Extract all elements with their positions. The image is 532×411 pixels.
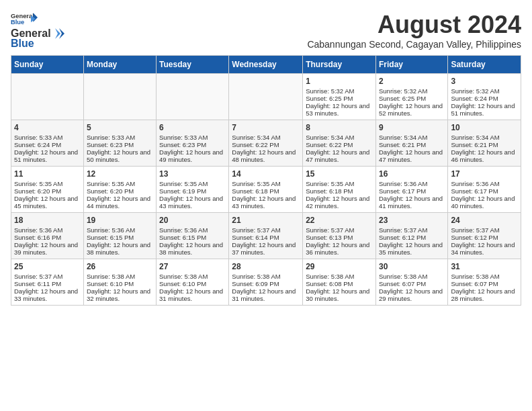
day-number: 5 bbox=[87, 123, 153, 132]
day-info: Sunset: 6:24 PM bbox=[451, 95, 518, 102]
day-number: 20 bbox=[159, 216, 226, 225]
day-info: Daylight: 12 hours and 45 minutes. bbox=[14, 195, 81, 210]
calendar-cell: 16Sunrise: 5:36 AMSunset: 6:17 PMDayligh… bbox=[375, 167, 447, 213]
day-info: Sunrise: 5:36 AM bbox=[451, 180, 518, 187]
day-number: 3 bbox=[451, 77, 518, 86]
day-info: Sunrise: 5:37 AM bbox=[379, 226, 445, 234]
day-info: Daylight: 12 hours and 38 minutes. bbox=[159, 241, 226, 256]
day-number: 8 bbox=[306, 123, 373, 132]
svg-marker-5 bbox=[55, 28, 60, 39]
day-info: Daylight: 12 hours and 48 minutes. bbox=[232, 148, 300, 163]
calendar-cell: 23Sunrise: 5:37 AMSunset: 6:12 PMDayligh… bbox=[375, 213, 447, 259]
day-info: Sunset: 6:17 PM bbox=[451, 187, 518, 195]
header-monday: Monday bbox=[83, 56, 156, 74]
calendar-cell: 25Sunrise: 5:37 AMSunset: 6:11 PMDayligh… bbox=[11, 259, 84, 306]
day-number: 1 bbox=[306, 77, 373, 86]
day-info: Daylight: 12 hours and 36 minutes. bbox=[306, 241, 373, 256]
day-number: 14 bbox=[232, 169, 300, 179]
day-info: Sunrise: 5:36 AM bbox=[379, 180, 445, 187]
header-thursday: Thursday bbox=[303, 56, 376, 74]
day-number: 28 bbox=[232, 262, 300, 271]
day-info: Daylight: 12 hours and 50 minutes. bbox=[87, 148, 153, 163]
day-info: Daylight: 12 hours and 52 minutes. bbox=[379, 102, 445, 117]
day-info: Sunrise: 5:36 AM bbox=[87, 226, 153, 234]
calendar-cell: 14Sunrise: 5:35 AMSunset: 6:18 PMDayligh… bbox=[229, 167, 303, 213]
week-row-2: 11Sunrise: 5:35 AMSunset: 6:20 PMDayligh… bbox=[11, 167, 521, 213]
calendar-cell: 30Sunrise: 5:38 AMSunset: 6:07 PMDayligh… bbox=[375, 259, 447, 306]
day-info: Daylight: 12 hours and 49 minutes. bbox=[159, 148, 226, 163]
calendar-cell: 1Sunrise: 5:32 AMSunset: 6:25 PMDaylight… bbox=[303, 74, 376, 120]
day-info: Sunset: 6:20 PM bbox=[14, 187, 81, 195]
week-row-0: 1Sunrise: 5:32 AMSunset: 6:25 PMDaylight… bbox=[11, 74, 521, 120]
day-number: 13 bbox=[159, 169, 226, 179]
day-info: Sunset: 6:18 PM bbox=[306, 187, 373, 195]
calendar-cell: 29Sunrise: 5:38 AMSunset: 6:08 PMDayligh… bbox=[303, 259, 376, 306]
day-info: Daylight: 12 hours and 30 minutes. bbox=[306, 287, 373, 302]
day-number: 19 bbox=[87, 216, 153, 225]
day-info: Sunrise: 5:33 AM bbox=[159, 134, 226, 141]
day-info: Sunset: 6:09 PM bbox=[232, 280, 300, 287]
calendar-cell: 28Sunrise: 5:38 AMSunset: 6:09 PMDayligh… bbox=[229, 259, 303, 306]
day-info: Sunset: 6:13 PM bbox=[306, 234, 373, 241]
day-info: Daylight: 12 hours and 42 minutes. bbox=[306, 195, 373, 210]
day-info: Daylight: 12 hours and 51 minutes. bbox=[451, 102, 518, 117]
day-info: Daylight: 12 hours and 47 minutes. bbox=[379, 148, 445, 163]
day-info: Sunset: 6:23 PM bbox=[87, 141, 153, 148]
day-number: 22 bbox=[306, 216, 373, 225]
day-info: Sunrise: 5:35 AM bbox=[87, 180, 153, 187]
day-info: Sunrise: 5:37 AM bbox=[306, 226, 373, 234]
day-info: Sunset: 6:17 PM bbox=[379, 187, 445, 195]
calendar-cell bbox=[157, 74, 229, 120]
day-info: Sunset: 6:07 PM bbox=[379, 280, 445, 287]
day-number: 11 bbox=[14, 169, 81, 179]
calendar-cell: 19Sunrise: 5:36 AMSunset: 6:15 PMDayligh… bbox=[83, 213, 156, 259]
day-info: Sunset: 6:10 PM bbox=[159, 280, 226, 287]
day-info: Daylight: 12 hours and 53 minutes. bbox=[306, 102, 373, 117]
day-number: 15 bbox=[306, 169, 373, 179]
day-info: Sunrise: 5:37 AM bbox=[451, 226, 518, 234]
day-number: 30 bbox=[379, 262, 445, 271]
day-number: 17 bbox=[451, 169, 518, 179]
logo-blue: Blue bbox=[11, 38, 34, 50]
day-number: 12 bbox=[87, 169, 153, 179]
day-info: Sunrise: 5:38 AM bbox=[451, 273, 518, 280]
header-wednesday: Wednesday bbox=[229, 56, 303, 74]
days-header-row: SundayMondayTuesdayWednesdayThursdayFrid… bbox=[11, 56, 521, 74]
title-block: August 2024 Cabannungan Second, Cagayan … bbox=[307, 11, 521, 50]
calendar-cell: 13Sunrise: 5:35 AMSunset: 6:19 PMDayligh… bbox=[157, 167, 229, 213]
day-info: Sunset: 6:25 PM bbox=[379, 95, 445, 102]
day-info: Sunrise: 5:33 AM bbox=[87, 134, 153, 141]
calendar-body: 1Sunrise: 5:32 AMSunset: 6:25 PMDaylight… bbox=[11, 74, 521, 306]
calendar-cell: 21Sunrise: 5:37 AMSunset: 6:14 PMDayligh… bbox=[229, 213, 303, 259]
day-number: 25 bbox=[14, 262, 81, 271]
calendar-table: SundayMondayTuesdayWednesdayThursdayFrid… bbox=[11, 55, 521, 306]
day-info: Daylight: 12 hours and 31 minutes. bbox=[232, 287, 300, 302]
day-info: Daylight: 12 hours and 33 minutes. bbox=[14, 287, 81, 302]
day-info: Daylight: 12 hours and 32 minutes. bbox=[87, 287, 153, 302]
svg-marker-2 bbox=[33, 13, 38, 21]
svg-text:General: General bbox=[11, 13, 34, 19]
page-header: General Blue General Blue August 2024 Ca… bbox=[11, 11, 521, 50]
calendar-cell: 20Sunrise: 5:36 AMSunset: 6:15 PMDayligh… bbox=[157, 213, 229, 259]
day-info: Sunset: 6:22 PM bbox=[232, 141, 300, 148]
day-info: Daylight: 12 hours and 51 minutes. bbox=[14, 148, 81, 163]
day-info: Sunrise: 5:35 AM bbox=[306, 180, 373, 187]
day-number: 10 bbox=[451, 123, 518, 132]
calendar-cell: 22Sunrise: 5:37 AMSunset: 6:13 PMDayligh… bbox=[303, 213, 376, 259]
day-info: Sunset: 6:12 PM bbox=[451, 234, 518, 241]
day-info: Daylight: 12 hours and 31 minutes. bbox=[159, 287, 226, 302]
day-number: 4 bbox=[14, 123, 81, 132]
day-info: Daylight: 12 hours and 28 minutes. bbox=[451, 287, 518, 302]
calendar-cell: 31Sunrise: 5:38 AMSunset: 6:07 PMDayligh… bbox=[448, 259, 521, 306]
day-info: Daylight: 12 hours and 38 minutes. bbox=[87, 241, 153, 256]
day-info: Sunrise: 5:33 AM bbox=[14, 134, 81, 141]
calendar-cell bbox=[11, 74, 84, 120]
day-info: Sunset: 6:20 PM bbox=[87, 187, 153, 195]
calendar-cell: 8Sunrise: 5:34 AMSunset: 6:22 PMDaylight… bbox=[303, 120, 376, 167]
day-number: 6 bbox=[159, 123, 226, 132]
day-info: Daylight: 12 hours and 41 minutes. bbox=[379, 195, 445, 210]
day-info: Sunrise: 5:37 AM bbox=[14, 273, 81, 280]
day-info: Sunset: 6:22 PM bbox=[306, 141, 373, 148]
day-info: Daylight: 12 hours and 44 minutes. bbox=[87, 195, 153, 210]
month-year-title: August 2024 bbox=[307, 11, 521, 39]
